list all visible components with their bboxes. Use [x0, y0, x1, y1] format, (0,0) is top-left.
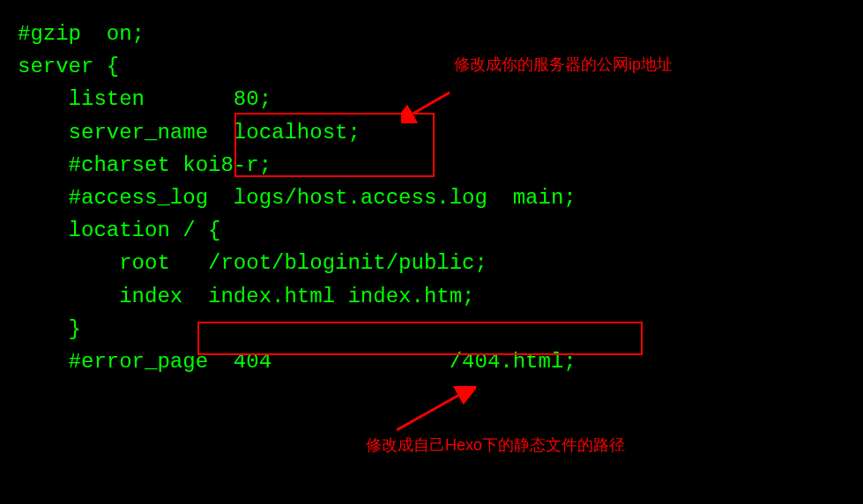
svg-line-3: [397, 393, 463, 430]
annotation-hexo-path: 修改成自己Hexo下的静态文件的路径: [366, 434, 625, 458]
code-line-gzip: #gzip on;: [18, 18, 845, 50]
code-line-location-open: location / {: [18, 214, 845, 247]
code-line-server-open: server {: [18, 50, 845, 83]
code-line-error-page: #error_page 404 /404.html;: [18, 345, 845, 378]
code-line-listen: listen 80;: [18, 83, 845, 115]
code-line-server-name: server_name localhost;: [18, 116, 845, 149]
code-line-index: index index.html index.htm;: [18, 280, 845, 313]
terminal-code-block: #gzip on; server { listen 80; server_nam…: [18, 18, 845, 378]
arrow-icon: [388, 386, 476, 434]
code-line-charset: #charset koi8-r;: [18, 149, 845, 182]
code-line-location-close: }: [18, 313, 845, 345]
code-line-access-log: #access_log logs/host.access.log main;: [18, 182, 845, 214]
code-line-root: root /root/bloginit/public;: [18, 247, 845, 279]
